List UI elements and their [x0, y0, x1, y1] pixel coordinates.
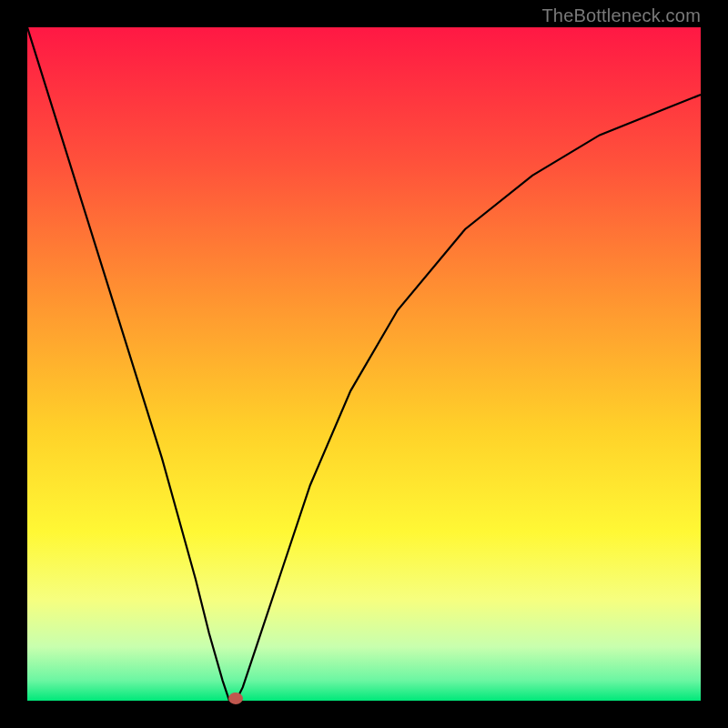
minimum-marker-dot — [228, 693, 243, 704]
curve-line — [27, 27, 701, 701]
chart-plot-area — [27, 27, 701, 701]
watermark-text: TheBottleneck.com — [541, 5, 701, 26]
